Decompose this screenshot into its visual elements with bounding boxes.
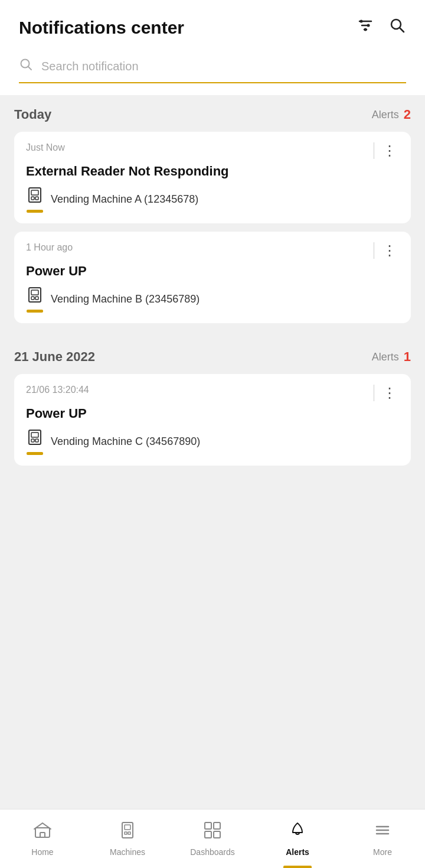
alerts-count-today: 2 — [404, 107, 411, 122]
notif-machine-3: Vending Machine C (34567890) — [26, 428, 399, 455]
machine-icon-bar-1 — [27, 210, 43, 213]
svg-rect-21 — [35, 439, 38, 442]
search-bar — [19, 57, 406, 83]
section-today-header: Today Alerts 2 — [14, 107, 411, 122]
nav-item-dashboards[interactable]: Dashboards — [170, 810, 255, 868]
section-today-alerts: Alerts 2 — [372, 107, 411, 122]
svg-point-3 — [360, 20, 363, 23]
notification-card-1: Just Now ⋮ External Reader Not Respondin… — [14, 132, 411, 223]
search-bar-icon — [19, 57, 33, 75]
svg-rect-29 — [214, 823, 220, 829]
header: Notifications center — [0, 0, 425, 48]
nav-item-machines[interactable]: Machines — [85, 810, 170, 868]
notif-title-2: Power UP — [26, 264, 399, 279]
machines-icon — [118, 821, 137, 844]
notification-card-2: 1 Hour ago ⋮ Power UP — [14, 232, 411, 323]
svg-rect-19 — [31, 433, 38, 437]
machine-icon-1 — [26, 186, 44, 213]
svg-rect-31 — [214, 831, 220, 838]
notification-card-3: 21/06 13:20:44 ⋮ Power UP — [14, 374, 411, 466]
notif-2-divider — [374, 242, 374, 259]
svg-rect-11 — [31, 190, 38, 195]
svg-rect-30 — [205, 831, 211, 838]
notif-card-3-top: 21/06 13:20:44 ⋮ — [26, 385, 399, 401]
page-title: Notifications center — [19, 18, 184, 38]
svg-point-6 — [391, 19, 401, 29]
alerts-label-today: Alerts — [372, 109, 399, 121]
section-june21-title: 21 June 2022 — [14, 349, 95, 365]
notif-3-divider — [374, 385, 374, 401]
section-today: Today Alerts 2 Just Now ⋮ External Reade… — [0, 95, 425, 337]
svg-line-7 — [400, 28, 404, 32]
notif-1-divider — [374, 142, 374, 159]
notif-time-3: 21/06 13:20:44 — [26, 385, 89, 395]
machine-name-1: Vending Machine A (12345678) — [51, 193, 198, 206]
machine-icon-3 — [26, 428, 44, 455]
notif-time-1: Just Now — [26, 142, 65, 153]
svg-rect-28 — [205, 823, 211, 829]
svg-rect-25 — [125, 825, 130, 830]
search-section — [0, 48, 425, 83]
vending-machine-icon-2 — [26, 286, 44, 308]
machine-name-3: Vending Machine C (34567890) — [51, 435, 200, 448]
section-june21: 21 June 2022 Alerts 1 21/06 13:20:44 ⋮ P… — [0, 337, 425, 480]
notif-time-2: 1 Hour ago — [26, 242, 73, 253]
svg-rect-13 — [35, 197, 38, 200]
notif-2-menu-button[interactable]: ⋮ — [380, 243, 399, 258]
svg-rect-16 — [31, 297, 34, 300]
search-spacer — [0, 83, 425, 95]
notif-1-menu-button[interactable]: ⋮ — [380, 144, 399, 158]
notif-3-actions: ⋮ — [374, 385, 399, 401]
nav-label-more: More — [373, 847, 392, 857]
notif-title-3: Power UP — [26, 406, 399, 421]
vending-machine-icon-1 — [26, 186, 44, 208]
bottom-nav: Home Machines Dashboards — [0, 809, 425, 868]
section-june21-header: 21 June 2022 Alerts 1 — [14, 349, 411, 365]
nav-label-machines: Machines — [110, 847, 145, 857]
svg-rect-15 — [31, 290, 38, 295]
svg-rect-12 — [31, 197, 34, 200]
svg-rect-20 — [31, 439, 34, 442]
svg-rect-23 — [40, 833, 45, 837]
nav-item-alerts[interactable]: Alerts — [255, 810, 340, 868]
vending-machine-icon-3 — [26, 428, 44, 450]
section-june21-alerts: Alerts 1 — [372, 349, 411, 365]
notif-2-actions: ⋮ — [374, 242, 399, 259]
machine-icon-bar-2 — [27, 310, 43, 313]
notif-machine-1: Vending Machine A (12345678) — [26, 186, 399, 213]
notif-1-actions: ⋮ — [374, 142, 399, 159]
svg-line-9 — [28, 67, 32, 70]
svg-rect-26 — [125, 832, 127, 834]
nav-label-dashboards: Dashboards — [190, 847, 235, 857]
svg-point-4 — [367, 24, 370, 27]
search-icon[interactable] — [388, 17, 406, 38]
nav-label-alerts: Alerts — [286, 847, 309, 857]
svg-rect-27 — [128, 832, 130, 834]
home-icon — [33, 821, 52, 844]
filter-icon[interactable] — [357, 17, 374, 38]
machine-icon-2 — [26, 286, 44, 313]
alerts-count-june21: 1 — [404, 349, 411, 365]
notifications-content: Today Alerts 2 Just Now ⋮ External Reade… — [0, 95, 425, 545]
alerts-label-june21: Alerts — [372, 351, 399, 363]
notif-3-menu-button[interactable]: ⋮ — [380, 386, 399, 400]
svg-point-5 — [364, 28, 367, 31]
search-input[interactable] — [41, 60, 406, 73]
notif-card-2-top: 1 Hour ago ⋮ — [26, 242, 399, 259]
machine-icon-bar-3 — [27, 452, 43, 455]
notif-card-1-top: Just Now ⋮ — [26, 142, 399, 159]
notif-machine-2: Vending Machine B (23456789) — [26, 286, 399, 313]
more-icon — [373, 821, 392, 844]
notif-title-1: External Reader Not Responding — [26, 164, 399, 179]
section-today-title: Today — [14, 107, 51, 122]
nav-item-home[interactable]: Home — [0, 810, 85, 868]
alerts-icon — [288, 821, 307, 844]
dashboards-icon — [203, 821, 222, 844]
machine-name-2: Vending Machine B (23456789) — [51, 293, 200, 305]
nav-label-home: Home — [31, 847, 53, 857]
nav-item-more[interactable]: More — [340, 810, 425, 868]
svg-rect-17 — [35, 297, 38, 300]
header-actions — [357, 17, 406, 38]
